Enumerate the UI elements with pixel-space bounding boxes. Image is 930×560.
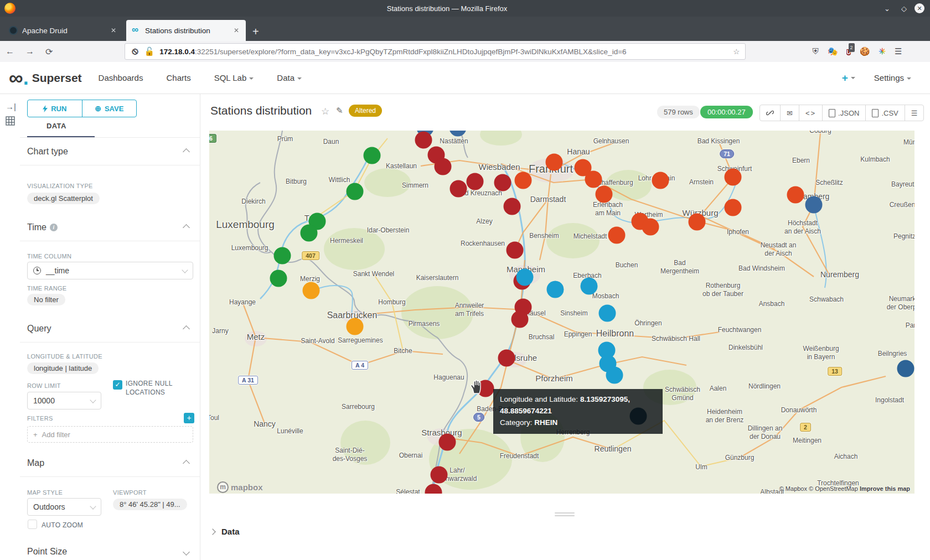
ignore-null-checkbox[interactable]: ✓	[113, 380, 122, 390]
section-time[interactable]: Timei	[27, 222, 193, 232]
altered-badge[interactable]: Altered	[349, 105, 382, 117]
mapbox-logo[interactable]: m mapbox	[217, 481, 263, 493]
add-filter-plus-button[interactable]: +	[184, 413, 194, 423]
save-button[interactable]: ⊕ SAVE	[82, 100, 137, 117]
superset-logo[interactable]: ∞.	[9, 67, 29, 89]
email-button[interactable]: ✉	[781, 105, 799, 121]
scatter-point[interactable]	[467, 173, 484, 190]
viz-type-value[interactable]: deck.gl Scatterplot	[27, 193, 100, 204]
new-tab-button[interactable]: +	[252, 22, 259, 41]
data-results-expander[interactable]: Data	[210, 527, 240, 536]
map-style-select[interactable]: Outdoors	[27, 498, 101, 516]
scatter-point[interactable]	[450, 180, 467, 198]
scatter-point[interactable]	[599, 305, 616, 322]
tab-data[interactable]: DATA	[46, 122, 66, 130]
scatter-point[interactable]	[725, 169, 742, 186]
dataset-grid-icon[interactable]	[6, 116, 15, 127]
scatter-point[interactable]	[504, 198, 521, 215]
ublock-icon[interactable]: U2	[846, 46, 850, 57]
scatter-point[interactable]	[347, 318, 364, 335]
section-query[interactable]: Query	[27, 324, 193, 334]
bookmark-star-icon[interactable]: ☆	[733, 47, 740, 56]
settings-menu[interactable]: Settings	[874, 73, 911, 82]
tab-apache-druid[interactable]: Apache Druid ✕	[3, 20, 123, 41]
add-filter-box[interactable]: +Add filter	[27, 426, 193, 443]
scatter-point[interactable]	[498, 350, 515, 367]
export-csv-button[interactable]: .CSV	[866, 105, 905, 121]
scatter-point[interactable]	[364, 147, 381, 164]
scatter-point[interactable]	[515, 172, 532, 189]
scatter-point[interactable]	[608, 227, 626, 244]
scatter-point[interactable]	[642, 219, 659, 236]
scatter-point[interactable]	[494, 174, 512, 191]
scatter-point[interactable]	[507, 242, 524, 259]
nav-data[interactable]: Data	[277, 73, 302, 82]
reload-icon[interactable]: ⟳	[45, 46, 53, 57]
time-column-select[interactable]: __time	[27, 262, 193, 279]
run-button[interactable]: RUN	[28, 100, 82, 117]
scatter-point[interactable]	[652, 172, 669, 189]
scatter-point[interactable]	[439, 434, 456, 451]
close-window-icon[interactable]: ✕	[914, 3, 924, 13]
nav-sql-lab[interactable]: SQL Lab	[214, 73, 254, 82]
scatter-point[interactable]	[516, 269, 534, 286]
row-limit-select[interactable]: 10000	[27, 392, 101, 409]
scatter-point[interactable]	[897, 360, 914, 377]
scatter-point[interactable]	[546, 154, 563, 171]
maximize-icon[interactable]: ◇	[901, 4, 907, 13]
forward-icon[interactable]: →	[25, 46, 34, 56]
resize-drag-handle[interactable]	[555, 512, 575, 518]
embed-code-button[interactable]: <>	[799, 105, 823, 121]
export-json-button[interactable]: .JSON	[823, 105, 866, 121]
tab-close-icon[interactable]: ✕	[232, 27, 240, 34]
map-attribution[interactable]: © Mapbox © OpenStreetMap Improve this ma…	[779, 485, 910, 492]
menu-hamburger-icon[interactable]: ☰	[895, 46, 902, 56]
minimize-icon[interactable]: ⌄	[884, 4, 890, 13]
section-point-size[interactable]: Point Size	[27, 547, 193, 557]
auto-zoom-checkbox[interactable]	[28, 520, 37, 529]
back-icon[interactable]: ←	[6, 46, 14, 56]
mask-extension-icon[interactable]: 🎭	[828, 46, 838, 56]
edit-title-icon[interactable]: ✎	[336, 106, 343, 116]
scatter-point[interactable]	[725, 199, 742, 216]
scatter-point[interactable]	[805, 196, 823, 214]
insecure-lock-icon[interactable]: 🔓	[144, 46, 154, 56]
nav-charts[interactable]: Charts	[166, 73, 190, 82]
viewport-value[interactable]: 8° 46' 45.28" | 49...	[113, 499, 187, 510]
more-options-button[interactable]: ☰	[905, 105, 924, 121]
scatter-point[interactable]	[270, 270, 287, 287]
url-bar[interactable]: 🛇 🔓 172.18.0.4:32251/superset/explore/?f…	[125, 43, 746, 60]
scatter-point[interactable]	[512, 311, 529, 328]
scatter-point[interactable]	[596, 186, 613, 203]
scatter-point[interactable]	[301, 225, 318, 242]
section-chart-type[interactable]: Chart type	[27, 147, 193, 157]
superset-brand[interactable]: Superset	[32, 71, 82, 85]
scatter-point[interactable]	[689, 214, 706, 231]
scatter-point[interactable]	[547, 281, 564, 298]
shield-permissions-icon[interactable]: 🛇	[131, 47, 139, 56]
favorite-star-icon[interactable]: ☆	[321, 106, 329, 117]
scatter-point[interactable]	[435, 158, 452, 175]
time-range-value[interactable]: No filter	[27, 294, 65, 305]
add-new-button[interactable]: +	[842, 72, 855, 84]
scatter-point[interactable]	[606, 367, 623, 384]
copy-link-button[interactable]	[760, 105, 781, 121]
scatter-point[interactable]	[347, 183, 364, 200]
pocket-shield-icon[interactable]: ⛨	[812, 46, 818, 56]
cookie-extension-icon[interactable]: 🍪	[860, 46, 870, 56]
lonlat-value[interactable]: longitude | latitude	[27, 362, 99, 374]
translate-extension-icon[interactable]: ✳	[879, 46, 886, 56]
scatter-point[interactable]	[303, 282, 320, 299]
tab-stations-distribution[interactable]: ∞ Stations distribution ✕	[126, 20, 246, 41]
scatter-point[interactable]	[581, 278, 598, 295]
scatter-point[interactable]	[274, 247, 291, 265]
scatter-point[interactable]	[787, 186, 804, 204]
nav-dashboards[interactable]: Dashboards	[99, 73, 143, 82]
collapse-panel-icon[interactable]: →|	[6, 102, 16, 111]
scatter-point[interactable]	[585, 171, 602, 188]
scatter-point[interactable]	[431, 466, 448, 484]
scatter-point[interactable]	[415, 132, 432, 149]
section-map[interactable]: Map	[27, 458, 193, 468]
deckgl-map[interactable]: PrümDaunKastellaunBitburgWittlichSimmern…	[209, 131, 914, 494]
tab-close-icon[interactable]: ✕	[110, 27, 117, 34]
